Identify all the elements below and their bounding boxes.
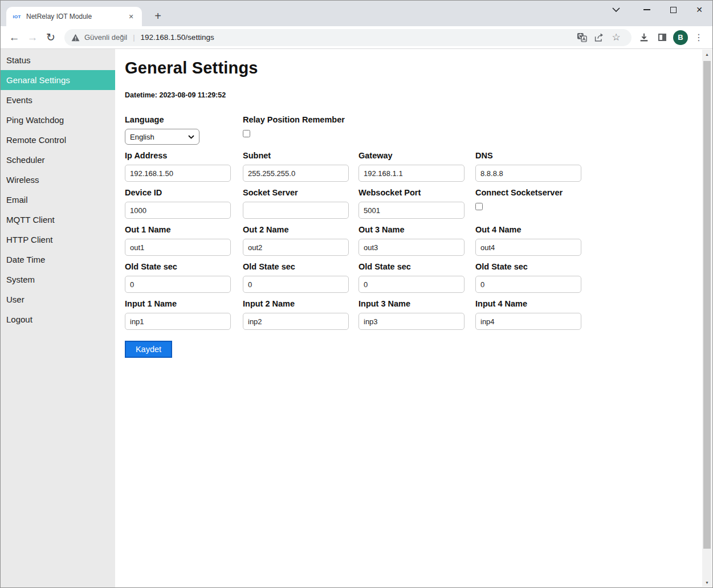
tab-strip: IOT NetRelay IOT Module ✕ + ✕: [1, 1, 712, 26]
not-secure-warning-icon: [71, 34, 80, 42]
socket-server-label: Socket Server: [243, 187, 358, 198]
relay-position-remember-checkbox[interactable]: [243, 130, 250, 137]
favicon-iot-icon: IOT: [12, 12, 22, 22]
browser-window: IOT NetRelay IOT Module ✕ + ✕ ← → ↻ Güve…: [0, 0, 713, 588]
subnet-input[interactable]: [243, 165, 349, 182]
connect-socketserver-checkbox[interactable]: [475, 203, 483, 210]
input-2-name-input[interactable]: [243, 313, 349, 330]
scroll-up-icon[interactable]: ▲: [702, 50, 712, 59]
out-1-name-label: Out 1 Name: [125, 224, 243, 235]
old-state-sec-4-label: Old State sec: [475, 262, 592, 272]
sidebar-item-logout[interactable]: Logout: [1, 309, 115, 329]
input-1-name-input[interactable]: [125, 313, 231, 330]
input-4-name-label: Input 4 Name: [475, 299, 592, 309]
browser-menu-kebab-icon[interactable]: ⋮: [690, 28, 708, 47]
page-scrollbar[interactable]: ▲ ▼: [702, 50, 712, 587]
security-label: Güvenli değil: [84, 33, 127, 42]
old-state-sec-3-input[interactable]: [358, 276, 465, 293]
refresh-icon[interactable]: ↻: [42, 28, 60, 47]
minimize-icon: [643, 9, 650, 10]
out-3-name-input[interactable]: [358, 239, 465, 256]
save-button[interactable]: Kaydet: [125, 341, 172, 358]
language-selected-value: English: [130, 133, 188, 141]
url-text: 192.168.1.50/settings: [141, 33, 214, 42]
sidebar-item-system[interactable]: System: [1, 270, 115, 289]
gateway-label: Gateway: [358, 150, 475, 161]
connect-socketserver-label: Connect Socketserver: [475, 187, 592, 198]
forward-icon[interactable]: →: [23, 28, 42, 47]
old-state-sec-4-input[interactable]: [475, 276, 581, 293]
tab-title: NetRelay IOT Module: [26, 13, 126, 21]
close-window-button[interactable]: ✕: [686, 1, 712, 19]
sidebar-nav: Status Genaral Settings Events Ping Watc…: [1, 49, 115, 588]
out-3-name-label: Out 3 Name: [358, 224, 475, 235]
input-3-name-label: Input 3 Name: [358, 299, 475, 309]
websocket-port-input[interactable]: [358, 202, 465, 219]
window-controls: ✕: [603, 1, 712, 19]
datetime-label: Datetime: 2023-08-09 11:29:52: [125, 91, 701, 99]
sidebar-item-scheduler[interactable]: Scheduler: [1, 150, 115, 170]
out-2-name-input[interactable]: [243, 239, 349, 256]
out-2-name-label: Out 2 Name: [243, 224, 358, 235]
device-id-input[interactable]: [125, 202, 231, 219]
input-1-name-label: Input 1 Name: [125, 299, 243, 309]
scrollbar-thumb[interactable]: [703, 61, 711, 549]
old-state-sec-3-label: Old State sec: [358, 262, 475, 272]
scrollbar-track[interactable]: [702, 59, 712, 578]
tab-close-icon[interactable]: ✕: [126, 11, 136, 22]
sidebar-item-wireless[interactable]: Wireless: [1, 170, 115, 190]
language-label: Language: [125, 115, 243, 125]
language-select[interactable]: English: [125, 129, 199, 145]
new-tab-button[interactable]: +: [150, 8, 166, 24]
bookmark-star-icon[interactable]: ☆: [608, 30, 625, 46]
minimize-button[interactable]: [634, 1, 660, 19]
maximize-icon: [670, 7, 677, 13]
sidebar-item-general-settings[interactable]: Genaral Settings: [1, 70, 115, 90]
share-icon[interactable]: [590, 30, 608, 46]
sidebar-item-mqtt-client[interactable]: MQTT Client: [1, 210, 115, 230]
ip-address-input[interactable]: [125, 165, 231, 182]
settings-content: General Settings Datetime: 2023-08-09 11…: [115, 49, 712, 588]
gateway-input[interactable]: [358, 165, 465, 182]
input-4-name-input[interactable]: [475, 313, 581, 330]
sidebar-item-events[interactable]: Events: [1, 90, 115, 110]
sidebar-item-status[interactable]: Status: [1, 50, 115, 70]
out-4-name-label: Out 4 Name: [475, 224, 592, 235]
out-1-name-input[interactable]: [125, 239, 231, 256]
socket-server-input[interactable]: [243, 202, 349, 219]
sidebar-item-email[interactable]: Email: [1, 190, 115, 210]
input-3-name-input[interactable]: [358, 313, 465, 330]
tab-search-chevron-icon[interactable]: [603, 1, 629, 19]
back-icon[interactable]: ←: [5, 28, 23, 47]
page-title: General Settings: [125, 58, 701, 77]
dns-input[interactable]: [475, 165, 581, 182]
download-icon[interactable]: [635, 28, 653, 47]
omnibox-divider: |: [133, 33, 135, 42]
translate-icon[interactable]: [573, 30, 590, 46]
ip-address-label: Ip Address: [125, 150, 243, 161]
sidebar-item-user[interactable]: User: [1, 289, 115, 309]
select-chevron-down-icon: [188, 135, 194, 139]
side-panel-icon[interactable]: [653, 28, 671, 47]
scroll-down-icon[interactable]: ▼: [702, 578, 712, 587]
old-state-sec-1-label: Old State sec: [125, 262, 243, 272]
old-state-sec-2-label: Old State sec: [243, 262, 358, 272]
profile-avatar[interactable]: B: [671, 28, 690, 47]
maximize-button[interactable]: [660, 1, 686, 19]
browser-toolbar: ← → ↻ Güvenli değil | 192.168.1.50/setti…: [1, 26, 712, 49]
sidebar-item-remote-control[interactable]: Remote Control: [1, 130, 115, 150]
sidebar-item-ping-watchdog[interactable]: Ping Watchdog: [1, 110, 115, 130]
address-bar[interactable]: Güvenli değil | 192.168.1.50/settings: [64, 29, 631, 46]
old-state-sec-1-input[interactable]: [125, 276, 231, 293]
input-2-name-label: Input 2 Name: [243, 299, 358, 309]
old-state-sec-2-input[interactable]: [243, 276, 349, 293]
device-id-label: Device ID: [125, 187, 243, 198]
dns-label: DNS: [475, 150, 592, 161]
sidebar-item-http-client[interactable]: HTTP Client: [1, 230, 115, 250]
browser-tab[interactable]: IOT NetRelay IOT Module ✕: [6, 7, 142, 26]
relay-position-remember-label: Relay Position Remember: [243, 115, 358, 125]
out-4-name-input[interactable]: [475, 239, 581, 256]
subnet-label: Subnet: [243, 150, 358, 161]
websocket-port-label: Websocket Port: [358, 187, 475, 198]
sidebar-item-date-time[interactable]: Date Time: [1, 250, 115, 270]
